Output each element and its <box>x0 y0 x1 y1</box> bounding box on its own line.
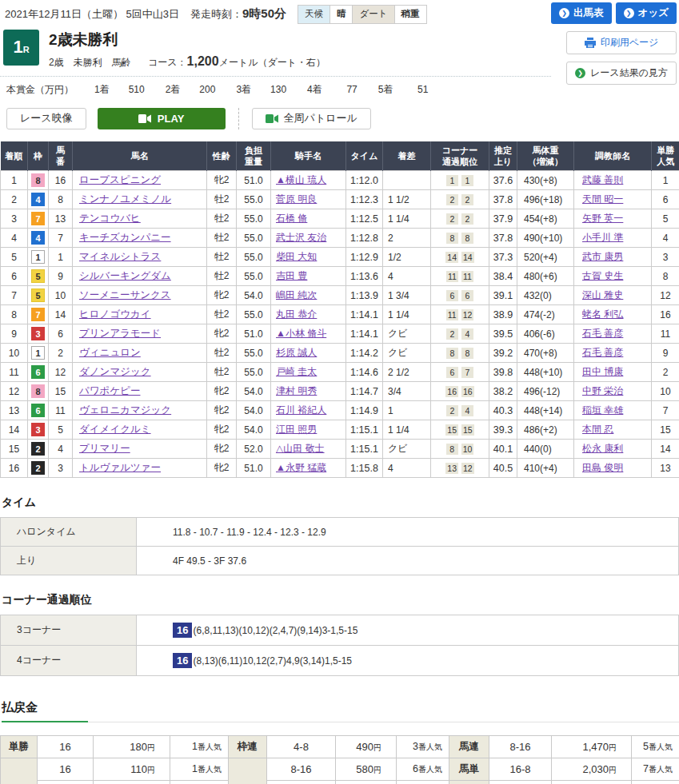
jockey-link[interactable]: 石橋 脩 <box>276 213 307 224</box>
cell-agari: 39.8 <box>489 363 517 382</box>
cell-sexage: 牡2 <box>207 209 237 229</box>
race-date: 2021年12月11日（土曜） 5回中山3日 <box>5 7 179 22</box>
jockey-link[interactable]: 武士沢 友治 <box>276 232 326 243</box>
horse-link[interactable]: マイネルシトラス <box>79 251 161 262</box>
arrow-circle-icon: ❯ <box>624 8 634 18</box>
jockey-link[interactable]: 杉原 誠人 <box>276 347 317 358</box>
payout-wide-combo: 13-16 <box>267 781 336 784</box>
trainer-link[interactable]: 武藤 善則 <box>582 174 623 185</box>
jockey-link[interactable]: ▲横山 琉人 <box>276 174 326 185</box>
payout-fukusho-amount: 110円 <box>94 758 170 781</box>
horse-link[interactable]: ヴェロニカマジック <box>79 404 171 416</box>
horse-link[interactable]: ヴィニュロン <box>79 347 141 358</box>
jockey-link[interactable]: 石川 裕紀人 <box>276 404 326 416</box>
horse-link[interactable]: ソーメニーサンクス <box>79 289 171 300</box>
frame-badge: 6 <box>31 404 45 417</box>
cell-sexage: 牝2 <box>207 459 237 478</box>
trainer-link[interactable]: 天間 昭一 <box>582 193 623 205</box>
jockey-link[interactable]: 江田 照男 <box>276 424 317 435</box>
jockey-link[interactable]: 津村 明秀 <box>276 385 317 396</box>
payout-umaren-pop: 5番人気 <box>632 736 679 758</box>
cell-frame: 4 <box>28 190 49 209</box>
horse-link[interactable]: パワポケピー <box>79 385 140 396</box>
cell-pop: 7 <box>652 401 679 420</box>
payout-sanrenpuku-pop: 13番人気 <box>632 781 679 784</box>
result-guide-button[interactable]: ❯ レース結果の見方 <box>566 62 677 85</box>
jockey-link[interactable]: 嶋田 純次 <box>276 289 317 300</box>
trainer-link[interactable]: 蛯名 利弘 <box>582 308 623 320</box>
trainer-link[interactable]: 中野 栄治 <box>582 385 623 396</box>
corner-position: 6 <box>461 290 473 301</box>
prize-rank: 1着 <box>94 83 110 97</box>
cell-pop: 10 <box>652 382 679 401</box>
horse-link[interactable]: プリマリー <box>79 443 130 454</box>
col-header-num: 馬 番 <box>49 141 73 171</box>
horse-link[interactable]: ロープスピニング <box>79 174 161 185</box>
odds-button[interactable]: ❯オッズ <box>616 2 677 24</box>
horse-link[interactable]: ダイメイクルミ <box>79 424 151 435</box>
table-row: 3713テンコウバヒ牡255.0石橋 脩1:12.51 1/42237.9454… <box>1 209 679 229</box>
cell-margin <box>383 171 431 190</box>
cell-horse: テンコウバヒ <box>73 209 207 229</box>
payout-tansho-label: 単勝 <box>1 736 38 758</box>
cell-sexage: 牝2 <box>207 382 237 401</box>
jockey-link[interactable]: 柴田 大知 <box>276 251 317 262</box>
trainer-link[interactable]: 石毛 善彦 <box>582 347 623 358</box>
corner-position: 12 <box>461 309 474 320</box>
cell-num: 2 <box>49 344 73 363</box>
trainer-link[interactable]: 小手川 準 <box>582 232 623 243</box>
trainer-link[interactable]: 矢野 英一 <box>582 213 623 224</box>
horse-link[interactable]: トルヴァルツァー <box>79 462 161 473</box>
cell-margin: 1 1/4 <box>383 305 431 324</box>
trainer-link[interactable]: 松永 康利 <box>582 443 623 454</box>
horse-link[interactable]: ダノンマジック <box>79 366 151 377</box>
trainer-link[interactable]: 田島 俊明 <box>582 462 623 473</box>
trainer-link[interactable]: 石毛 善彦 <box>582 328 623 339</box>
trainer-link[interactable]: 本間 忍 <box>582 424 613 435</box>
table-row: 13611ヴェロニカマジック牝254.0石川 裕紀人1:14.912440.34… <box>1 401 679 420</box>
trainer-link[interactable]: 深山 雅史 <box>582 289 623 300</box>
play-button[interactable]: PLAY <box>98 108 226 129</box>
cell-agari: 38.2 <box>489 382 517 401</box>
horse-link[interactable]: ヒロノゴウカイ <box>79 308 151 320</box>
cell-jockey: △山田 敬士 <box>271 440 346 459</box>
cell-sexage: 牝2 <box>207 440 237 459</box>
jockey-link[interactable]: 丸田 恭介 <box>276 308 317 320</box>
cell-sexage: 牡2 <box>207 305 237 324</box>
jockey-link[interactable]: 菅原 明良 <box>276 193 317 205</box>
frame-badge: 6 <box>31 365 45 379</box>
last-furlongs-label: 上り <box>1 547 137 575</box>
trainer-link[interactable]: 武市 康男 <box>582 251 623 262</box>
horse-link[interactable]: テンコウバヒ <box>79 213 141 224</box>
cell-agari: 40.3 <box>489 401 517 420</box>
jockey-link[interactable]: △山田 敬士 <box>276 443 325 454</box>
cell-margin: クビ <box>383 344 431 363</box>
jockey-link[interactable]: ▲小林 脩斗 <box>276 328 326 339</box>
entries-button[interactable]: ❯出馬表 <box>551 2 612 24</box>
horse-link[interactable]: シルバーキングダム <box>79 270 171 281</box>
patrol-video-button[interactable]: 全周パトロール <box>252 108 371 129</box>
horse-link[interactable]: ミンナノユメミノル <box>79 193 171 205</box>
trainer-link[interactable]: 田中 博康 <box>582 366 623 377</box>
cell-num: 3 <box>49 459 73 478</box>
print-page-button[interactable]: 印刷用ページ <box>566 31 677 54</box>
weather-label: 天候 <box>298 6 330 23</box>
corner-position: 2 <box>461 194 473 205</box>
jockey-link[interactable]: 戸崎 圭太 <box>276 366 317 377</box>
horse-link[interactable]: プリンアラモード <box>79 328 161 339</box>
table-row: 511マイネルシトラス牡255.0柴田 大知1:12.91/2141437.35… <box>1 248 679 267</box>
horse-link[interactable]: キーチズカンパニー <box>79 232 171 243</box>
cell-frame: 6 <box>28 363 49 382</box>
cell-jockey: 江田 照男 <box>271 420 346 440</box>
jockey-link[interactable]: ▲永野 猛蔵 <box>276 462 326 473</box>
cell-frame: 7 <box>28 209 49 229</box>
trainer-link[interactable]: 稲垣 幸雄 <box>582 404 623 416</box>
cell-horse: ダイメイクルミ <box>73 420 207 440</box>
cell-horse: プリンアラモード <box>73 324 207 344</box>
trainer-link[interactable]: 古賀 史生 <box>582 270 623 281</box>
cell-bodyweight: 520(+4) <box>517 248 574 267</box>
cell-jockey: 戸崎 圭太 <box>271 363 346 382</box>
cell-jockey: 津村 明秀 <box>271 382 346 401</box>
race-video-label[interactable]: レース映像 <box>6 108 86 129</box>
jockey-link[interactable]: 吉田 豊 <box>276 270 307 281</box>
